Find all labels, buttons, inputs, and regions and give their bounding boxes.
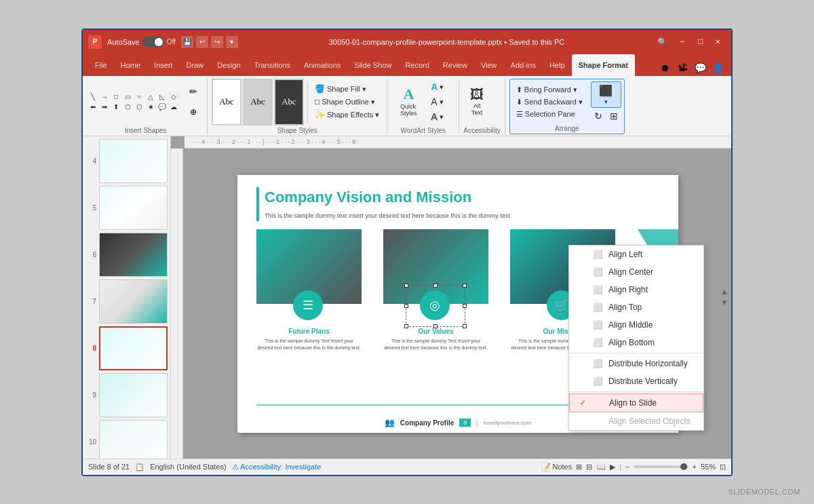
shape-fill-btn[interactable]: 🪣 Shape Fill ▾ bbox=[311, 83, 383, 95]
menu-align-to-slide[interactable]: ✓ Align to Slide bbox=[569, 393, 703, 412]
tab-slideshow[interactable]: Slide Show bbox=[347, 54, 398, 76]
menu-align-right[interactable]: ⬜ Align Right bbox=[569, 281, 703, 298]
menu-align-center[interactable]: ⬜ Align Center bbox=[569, 263, 703, 281]
presenter-view-btn[interactable]: ▶ bbox=[610, 463, 615, 471]
notes-btn[interactable]: 📝 Notes bbox=[541, 463, 572, 471]
tab-draw[interactable]: Draw bbox=[180, 54, 211, 76]
text-effects-btn[interactable]: A ▾ bbox=[427, 110, 447, 123]
shape-line[interactable]: ╲ bbox=[88, 92, 98, 102]
tab-transitions[interactable]: Transitions bbox=[248, 54, 297, 76]
align-btn[interactable]: ⬛ ▾ bbox=[591, 81, 621, 108]
shape-rt-tri[interactable]: ◺ bbox=[157, 92, 167, 102]
slide-thumb-4[interactable] bbox=[99, 139, 168, 183]
tab-record[interactable]: Record bbox=[398, 54, 435, 76]
search-btn[interactable]: 🔍 bbox=[655, 35, 669, 49]
send-backward-btn[interactable]: ⬇ Send Backward ▾ bbox=[513, 96, 586, 108]
comment-icon[interactable]: 💬 bbox=[692, 60, 708, 76]
slide-thumb-6[interactable] bbox=[99, 233, 168, 277]
circle-icon-2[interactable]: ◎ bbox=[420, 290, 450, 320]
shape-tri[interactable]: △ bbox=[146, 92, 155, 102]
save-btn[interactable]: 💾 bbox=[181, 36, 193, 48]
handle-ml[interactable] bbox=[404, 304, 408, 308]
bring-forward-btn[interactable]: ⬆ Bring Forward ▾ bbox=[513, 84, 586, 96]
autosave-state: Off bbox=[167, 38, 176, 45]
group-btn[interactable]: ⊞ bbox=[606, 109, 621, 123]
tab-review[interactable]: Review bbox=[436, 54, 474, 76]
scroll-down[interactable]: ▼ bbox=[720, 298, 729, 307]
tab-design[interactable]: Design bbox=[210, 54, 247, 76]
slide-thumb-8[interactable] bbox=[99, 326, 168, 370]
footer-icon: 👥 bbox=[385, 418, 395, 427]
zoom-in-btn[interactable]: + bbox=[693, 463, 697, 471]
undo-btn[interactable]: ↩ bbox=[196, 36, 208, 48]
reading-view-btn[interactable]: 📖 bbox=[596, 463, 606, 471]
shape-star[interactable]: ★ bbox=[146, 102, 155, 112]
menu-align-left[interactable]: ⬜ Align Left bbox=[569, 246, 703, 263]
shape-effects-btn[interactable]: ✨ Shape Effects ▾ bbox=[311, 109, 383, 121]
zoom-out-btn[interactable]: − bbox=[625, 463, 629, 471]
menu-align-middle[interactable]: ⬜ Align Middle bbox=[569, 316, 703, 334]
shape-callout[interactable]: 💬 bbox=[157, 102, 167, 112]
shape-arrow-left[interactable]: ⬅ bbox=[88, 102, 98, 112]
text-outline-btn[interactable]: A ▾ bbox=[427, 95, 447, 109]
tab-insert[interactable]: Insert bbox=[147, 54, 180, 76]
shape-arrow-up[interactable]: ⬆ bbox=[111, 102, 121, 112]
tab-animations[interactable]: Animations bbox=[297, 54, 347, 76]
alt-text-btn[interactable]: 🖼 AltText bbox=[463, 85, 490, 118]
slide-thumb-5[interactable] bbox=[99, 186, 168, 230]
tab-file[interactable]: File bbox=[88, 54, 114, 76]
shape-diamond[interactable]: ◇ bbox=[169, 92, 178, 102]
shape-cloud[interactable]: ☁ bbox=[169, 102, 178, 112]
minimize-btn[interactable]: ─ bbox=[674, 35, 691, 49]
tab-shape-format[interactable]: Shape Format bbox=[572, 54, 635, 76]
menu-align-top[interactable]: ⬜ Align Top bbox=[569, 298, 703, 316]
rotate-btn[interactable]: ↻ bbox=[591, 109, 606, 123]
distribute-h-label: Distribute Horizontally bbox=[608, 359, 688, 368]
accessibility-status[interactable]: ⚠ Accessibility: Investigate bbox=[232, 463, 322, 471]
tab-help[interactable]: Help bbox=[543, 54, 572, 76]
edit-points-btn[interactable]: ✏ bbox=[184, 82, 203, 101]
tab-view[interactable]: View bbox=[474, 54, 504, 76]
share-icon[interactable]: 👤 bbox=[710, 60, 726, 76]
selection-pane-btn[interactable]: ☰ Selection Pane bbox=[513, 109, 586, 120]
slide-thumb-7[interactable] bbox=[99, 279, 168, 324]
slide-sorter-btn[interactable]: ⊟ bbox=[586, 463, 592, 471]
slide-thumb-9[interactable] bbox=[99, 373, 168, 417]
menu-distribute-h[interactable]: ⬜ Distribute Horizontally bbox=[569, 355, 703, 372]
text-fill-btn[interactable]: A ▾ bbox=[427, 80, 447, 94]
customize-btn[interactable]: ▾ bbox=[226, 36, 238, 48]
close-btn[interactable]: ✕ bbox=[710, 35, 726, 49]
fit-slide-btn[interactable]: ⊡ bbox=[720, 463, 726, 471]
tab-addins[interactable]: Add-ins bbox=[504, 54, 543, 76]
slide-panel: 4 5 6 7 bbox=[83, 136, 171, 459]
maximize-btn[interactable]: ☐ bbox=[692, 35, 708, 49]
shape-round-rect[interactable]: ▭ bbox=[123, 92, 132, 102]
style-preset-2[interactable]: Abc bbox=[243, 79, 273, 125]
redo-btn[interactable]: ↪ bbox=[211, 36, 223, 48]
style-preset-3[interactable]: Abc bbox=[274, 79, 304, 125]
wordart-label: WordArt Styles bbox=[391, 125, 454, 134]
shape-outline-btn[interactable]: □ Shape Outline ▾ bbox=[311, 96, 383, 108]
shape-rect[interactable]: □ bbox=[111, 92, 121, 102]
quick-styles-btn[interactable]: A QuickStyles bbox=[391, 85, 425, 119]
shape-arrow-line[interactable]: → bbox=[100, 92, 109, 102]
zoom-slider[interactable] bbox=[634, 465, 689, 468]
present-icon[interactable]: 📽 bbox=[674, 60, 691, 76]
slide-thumb-10[interactable] bbox=[99, 420, 168, 459]
merge-shapes-btn[interactable]: ⊕ bbox=[184, 102, 203, 121]
normal-view-btn[interactable]: ⊞ bbox=[576, 463, 582, 471]
style-preset-1[interactable]: Abc bbox=[212, 79, 241, 125]
record-icon[interactable]: ⏺ bbox=[657, 60, 673, 76]
shape-arrow-right[interactable]: ➡ bbox=[100, 102, 109, 112]
tab-home[interactable]: Home bbox=[114, 54, 147, 76]
scroll-up[interactable]: ▲ bbox=[720, 287, 729, 296]
menu-distribute-v[interactable]: ⬜ Distribute Vertically bbox=[569, 372, 703, 390]
handle-mr[interactable] bbox=[463, 304, 467, 308]
menu-align-bottom[interactable]: ⬜ Align Bottom bbox=[569, 334, 703, 351]
shape-penta[interactable]: ⬠ bbox=[123, 102, 132, 112]
shape-hexa[interactable]: ⬡ bbox=[134, 102, 144, 112]
shape-oval[interactable]: ○ bbox=[134, 92, 144, 102]
quick-styles-icon: A bbox=[403, 87, 414, 102]
autosave-toggle[interactable] bbox=[142, 37, 164, 47]
menu-sep-2 bbox=[569, 391, 703, 392]
